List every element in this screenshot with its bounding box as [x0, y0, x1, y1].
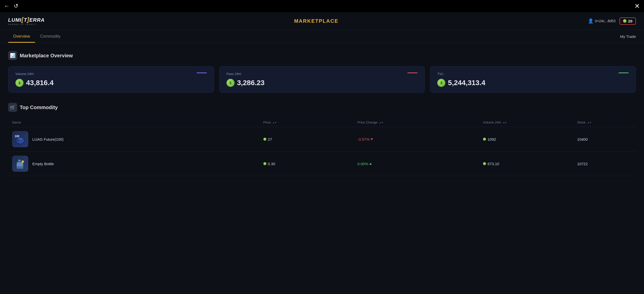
balance-badge[interactable]: 20 — [619, 17, 636, 25]
change-sort-icon: ▲▼ — [379, 122, 383, 124]
table-row[interactable]: Empty Bottle 0.30 0.00% — [8, 152, 636, 176]
row1-thumbnail: 100 — [12, 131, 28, 147]
row2-vol-value: 673.10 — [488, 162, 499, 166]
row1-change-cell: -3.57% — [353, 127, 479, 152]
balance-value: 20 — [628, 19, 632, 23]
row1-change-value: -3.57% — [357, 137, 370, 141]
commodity-icon: 🛒 — [8, 103, 17, 112]
volume-amount: 43,816.4 — [26, 79, 54, 87]
th-price-change[interactable]: Price Change ▲▼ — [353, 118, 479, 127]
row1-volume: 1092 — [483, 137, 569, 141]
row1-change-arrow-down-icon — [371, 138, 373, 140]
dollar-icon-volume: $ — [15, 79, 24, 87]
back-button[interactable]: ← — [4, 3, 10, 9]
row2-price-cell: 0.30 — [259, 152, 354, 176]
top-bar-left: ← ↺ — [4, 3, 18, 9]
wallet-address: 0×24c...8d53 — [595, 19, 615, 23]
svg-text:100: 100 — [15, 135, 19, 138]
row1-name-cell: 100 LUAG Future(100) — [8, 127, 259, 152]
my-trade-button[interactable]: My Trade — [620, 30, 636, 43]
stat-tvl-label: TVL: — [437, 72, 629, 76]
col-price-label: Price — [263, 120, 271, 124]
stat-line-tvl — [618, 72, 629, 73]
stat-volume-value: $ 43,816.4 — [15, 79, 207, 87]
row2-item: Empty Bottle — [12, 156, 255, 172]
th-name: Name — [8, 118, 259, 127]
row2-price: 0.30 — [263, 162, 350, 166]
commodity-icon-glyph: 🛒 — [10, 105, 15, 110]
stat-line-volume — [197, 72, 207, 73]
tabs-left: Overview Commodity — [8, 30, 66, 43]
stat-line-fees — [407, 72, 418, 73]
table-row[interactable]: 100 LUAG Future(100) — [8, 127, 636, 152]
overview-icon: 📊 — [8, 51, 17, 60]
row1-item-name: LUAG Future(100) — [32, 137, 63, 141]
th-price[interactable]: Price ▲▼ — [259, 118, 354, 127]
commodity-table: Name Price ▲▼ Price Change ▲▼ Volume 24H… — [8, 118, 636, 176]
nav-tabs: Overview Commodity My Trade — [0, 30, 644, 43]
row2-change-value: 0.00% — [357, 162, 368, 166]
table-body: 100 LUAG Future(100) — [8, 127, 636, 176]
stat-volume-label: Volume 24H: — [15, 72, 207, 76]
logo-text: Lumi[T]erra — [8, 17, 45, 23]
col-name-label: Name — [12, 120, 21, 124]
row2-change: 0.00% — [357, 162, 475, 166]
row2-change-cell: 0.00% — [353, 152, 479, 176]
commodity-section-header: 🛒 Top Commodity — [8, 103, 636, 112]
stat-card-tvl: TVL: $ 5,244,313.4 — [430, 66, 636, 93]
row1-item: 100 LUAG Future(100) — [12, 131, 255, 147]
wallet-info: 👤 0×24c...8d53 — [588, 18, 615, 24]
tab-commodity[interactable]: Commodity — [35, 30, 66, 43]
price-dot-icon — [263, 138, 266, 141]
th-volume[interactable]: Volume 24H ▲▼ — [479, 118, 573, 127]
stat-card-fees: Fees 24H: $ 3,286.23 — [219, 66, 425, 93]
dollar-icon-tvl: $ — [437, 79, 445, 87]
vol-sort-icon: ▲▼ — [503, 122, 507, 124]
vol-dot-icon2 — [483, 162, 486, 165]
row2-name-cell: Empty Bottle — [8, 152, 259, 176]
row2-vol-cell: 673.10 — [479, 152, 573, 176]
header-right: 👤 0×24c...8d53 20 — [588, 17, 636, 25]
col-vol-label: Volume 24H — [483, 120, 501, 124]
row1-price-value: 27 — [268, 137, 272, 141]
wallet-icon: 👤 — [588, 18, 593, 24]
col-stock-label: Stock — [577, 120, 586, 124]
overview-title: Marketplace Overview — [20, 53, 73, 59]
refresh-button[interactable]: ↺ — [14, 3, 18, 9]
price-dot-icon2 — [263, 162, 266, 165]
row2-stock-cell: 10722 — [573, 152, 636, 176]
close-button[interactable]: ✕ — [634, 3, 640, 9]
commodity-section: 🛒 Top Commodity Name Price ▲▼ Price Chan… — [8, 103, 636, 176]
header: Lumi[T]erra Embers of Legacy MARKETPLACE… — [0, 12, 644, 30]
row2-thumbnail — [12, 156, 28, 172]
content: 📊 Marketplace Overview Volume 24H: $ 43,… — [0, 43, 644, 184]
stats-grid: Volume 24H: $ 43,816.4 Fees 24H: $ 3,286… — [8, 66, 636, 93]
col-change-label: Price Change — [357, 120, 377, 124]
stat-fees-label: Fees 24H: — [226, 72, 418, 76]
stat-card-volume: Volume 24H: $ 43,816.4 — [8, 66, 214, 93]
marketplace-title: MARKETPLACE — [294, 18, 338, 24]
overview-section-header: 📊 Marketplace Overview — [8, 51, 636, 60]
logo: Lumi[T]erra Embers of Legacy — [8, 17, 45, 25]
stat-tvl-value: $ 5,244,313.4 — [437, 79, 629, 87]
logo-tagline: Embers of Legacy — [8, 23, 45, 25]
vol-dot-icon — [483, 138, 486, 141]
tab-overview[interactable]: Overview — [8, 30, 35, 43]
row2-item-name: Empty Bottle — [32, 162, 54, 166]
row2-price-value: 0.30 — [268, 162, 275, 166]
row1-price-cell: 27 — [259, 127, 354, 152]
th-stock[interactable]: Stock ▲▼ — [573, 118, 636, 127]
stat-fees-value: $ 3,286.23 — [226, 79, 418, 87]
row2-change-arrow-up-icon — [369, 163, 372, 165]
stock-sort-icon: ▲▼ — [587, 122, 591, 124]
luag-thumbnail-svg: 100 — [14, 133, 27, 146]
row1-price: 27 — [263, 137, 350, 141]
row2-volume: 673.10 — [483, 162, 569, 166]
table-header: Name Price ▲▼ Price Change ▲▼ Volume 24H… — [8, 118, 636, 127]
commodity-title: Top Commodity — [20, 105, 58, 110]
fees-amount: 3,286.23 — [237, 79, 265, 87]
overview-icon-glyph: 📊 — [10, 53, 15, 58]
row1-vol-value: 1092 — [488, 137, 496, 141]
row1-stock-cell: 10400 — [573, 127, 636, 152]
balance-dot-icon — [623, 19, 627, 23]
